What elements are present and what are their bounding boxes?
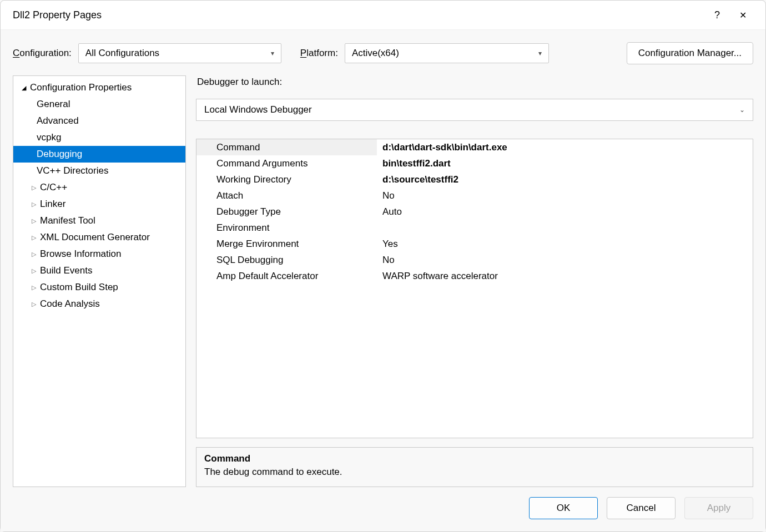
arrow-right-icon: ▷ — [30, 284, 38, 291]
grid-value[interactable]: Auto — [377, 204, 753, 220]
grid-row[interactable]: AttachNo — [196, 188, 753, 204]
tree-item-label: Manifest Tool — [40, 215, 95, 226]
tree-item-custom-build-step[interactable]: ▷Custom Build Step — [13, 279, 185, 296]
grid-key: Working Directory — [196, 171, 377, 188]
tree-item-manifest-tool[interactable]: ▷Manifest Tool — [13, 212, 185, 229]
configuration-manager-button[interactable]: Configuration Manager... — [627, 42, 753, 64]
tree-item-label: Browse Information — [40, 249, 121, 260]
grid-row[interactable]: Environment — [196, 220, 753, 236]
chevron-down-icon: ▾ — [538, 49, 542, 57]
grid-key: Command — [196, 139, 377, 155]
ok-button[interactable]: OK — [529, 497, 598, 519]
category-tree[interactable]: ◢ Configuration Properties GeneralAdvanc… — [13, 75, 186, 487]
tree-item-label: Advanced — [37, 115, 79, 126]
property-grid[interactable]: Commandd:\dart\dart-sdk\bin\dart.exeComm… — [196, 139, 753, 438]
grid-row[interactable]: Commandd:\dart\dart-sdk\bin\dart.exe — [196, 139, 753, 155]
grid-key: Command Arguments — [196, 155, 377, 171]
description-heading: Command — [204, 453, 745, 464]
tree-item-label: Linker — [40, 199, 65, 210]
debugger-section-label: Debugger to launch: — [197, 77, 753, 88]
grid-row[interactable]: Command Argumentsbin\testffi2.dart — [196, 155, 753, 171]
close-button[interactable]: ✕ — [730, 2, 755, 28]
grid-value[interactable]: d:\source\testffi2 — [377, 171, 753, 188]
grid-row[interactable]: Working Directoryd:\source\testffi2 — [196, 171, 753, 188]
grid-row[interactable]: SQL DebuggingNo — [196, 252, 753, 268]
help-button[interactable]: ? — [704, 2, 730, 28]
top-row: Configuration: All Configurations ▾ Plat… — [13, 42, 753, 64]
tree-item-code-analysis[interactable]: ▷Code Analysis — [13, 296, 185, 312]
grid-key: Amp Default Accelerator — [196, 268, 377, 284]
close-icon: ✕ — [739, 10, 747, 21]
tree-item-label: C/C++ — [40, 182, 67, 193]
right-pane: Debugger to launch: Local Windows Debugg… — [196, 75, 753, 487]
platform-combo[interactable]: Active(x64) ▾ — [345, 43, 549, 63]
description-panel: Command The debug command to execute. — [196, 447, 753, 487]
tree-item-linker[interactable]: ▷Linker — [13, 196, 185, 212]
grid-value[interactable]: No — [377, 252, 753, 268]
tree-item-label: Custom Build Step — [40, 282, 118, 293]
tree-item-label: VC++ Directories — [37, 165, 108, 176]
grid-row[interactable]: Debugger TypeAuto — [196, 204, 753, 220]
tree-root-label: Configuration Properties — [30, 82, 132, 93]
tree-item-c-c-[interactable]: ▷C/C++ — [13, 179, 185, 196]
grid-row[interactable]: Amp Default AcceleratorWARP software acc… — [196, 268, 753, 284]
debugger-value: Local Windows Debugger — [204, 104, 312, 115]
grid-value[interactable]: No — [377, 188, 753, 204]
tree-item-general[interactable]: General — [13, 96, 185, 113]
tree-item-advanced[interactable]: Advanced — [13, 113, 185, 129]
grid-key: Environment — [196, 220, 377, 236]
help-icon: ? — [714, 9, 720, 21]
mid-area: ◢ Configuration Properties GeneralAdvanc… — [13, 75, 753, 487]
grid-value[interactable]: WARP software accelerator — [377, 268, 753, 284]
configuration-manager-label: Configuration Manager... — [638, 48, 742, 59]
description-text: The debug command to execute. — [204, 467, 745, 478]
tree-item-build-events[interactable]: ▷Build Events — [13, 262, 185, 279]
arrow-right-icon: ▷ — [30, 201, 38, 208]
tree-item-vcpkg[interactable]: vcpkg — [13, 129, 185, 146]
chevron-down-icon: ▾ — [271, 49, 274, 57]
tree-root[interactable]: ◢ Configuration Properties — [13, 79, 185, 96]
tree-item-label: General — [37, 99, 70, 110]
tree-item-label: XML Document Generator — [40, 232, 150, 243]
chevron-down-icon: ⌄ — [739, 106, 745, 114]
tree-item-label: Debugging — [37, 149, 82, 160]
grid-key: Debugger Type — [196, 204, 377, 220]
configuration-value: All Configurations — [85, 48, 159, 59]
tree-item-label: vcpkg — [37, 132, 61, 143]
tree-item-xml-document-generator[interactable]: ▷XML Document Generator — [13, 229, 185, 246]
grid-value[interactable]: d:\dart\dart-sdk\bin\dart.exe — [377, 139, 753, 155]
arrow-right-icon: ▷ — [30, 301, 38, 308]
platform-label: Platform: — [300, 48, 338, 59]
arrow-right-icon: ▷ — [30, 217, 38, 225]
arrow-right-icon: ▷ — [30, 251, 38, 258]
apply-button: Apply — [684, 497, 753, 519]
configuration-combo[interactable]: All Configurations ▾ — [78, 43, 281, 63]
titlebar: Dll2 Property Pages ? ✕ — [1, 1, 765, 29]
platform-value: Active(x64) — [352, 48, 399, 59]
tree-item-browse-information[interactable]: ▷Browse Information — [13, 246, 185, 262]
tree-item-label: Build Events — [40, 265, 93, 276]
grid-row[interactable]: Merge EnvironmentYes — [196, 236, 753, 252]
arrow-right-icon: ▷ — [30, 234, 38, 241]
grid-value[interactable] — [377, 220, 753, 236]
cancel-button[interactable]: Cancel — [607, 497, 676, 519]
grid-key: Merge Environment — [196, 236, 377, 252]
grid-value[interactable]: Yes — [377, 236, 753, 252]
grid-key: SQL Debugging — [196, 252, 377, 268]
tree-item-debugging[interactable]: Debugging — [13, 146, 185, 163]
content-area: Configuration: All Configurations ▾ Plat… — [1, 29, 765, 531]
arrow-down-icon: ◢ — [20, 84, 28, 92]
grid-key: Attach — [196, 188, 377, 204]
tree-item-vc-directories[interactable]: VC++ Directories — [13, 163, 185, 179]
configuration-label: Configuration: — [13, 48, 72, 59]
property-pages-window: Dll2 Property Pages ? ✕ Configuration: A… — [0, 0, 766, 532]
tree-item-label: Code Analysis — [40, 298, 100, 310]
arrow-right-icon: ▷ — [30, 267, 38, 275]
debugger-combo[interactable]: Local Windows Debugger ⌄ — [196, 99, 753, 121]
window-title: Dll2 Property Pages — [13, 9, 704, 21]
arrow-right-icon: ▷ — [30, 184, 38, 191]
footer: OK Cancel Apply — [13, 487, 753, 519]
grid-value[interactable]: bin\testffi2.dart — [377, 155, 753, 171]
